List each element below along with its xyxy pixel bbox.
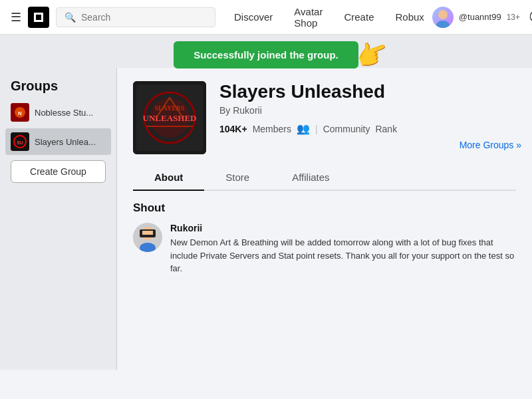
- sidebar: Groups N Noblesse Stu... SU Slayers Unle…: [0, 68, 117, 370]
- menu-avatar-shop[interactable]: Avatar Shop: [294, 6, 323, 29]
- slayers-label: Slayers Unlea...: [35, 137, 96, 147]
- group-by: By Rukorii: [219, 105, 516, 116]
- nav-right: @tuannt99 13+ 💬 ⚙️ 💎: [432, 7, 532, 28]
- shout-author-name: Rukorii: [170, 223, 516, 233]
- slayers-avatar: SU: [11, 132, 29, 151]
- svg-rect-2: [36, 15, 41, 20]
- noblesse-avatar: N: [11, 103, 29, 122]
- search-input[interactable]: [81, 12, 207, 23]
- shout-title: Shout: [133, 201, 516, 215]
- sidebar-item-slayers[interactable]: SU Slayers Unlea...: [5, 128, 111, 155]
- success-message: Successfully joined the group.: [194, 49, 338, 61]
- shout-text: New Demon Art & Breathing will be added …: [170, 236, 516, 275]
- shout-body: Rukorii New Demon Art & Breathing will b…: [170, 223, 516, 275]
- members-label: Members: [253, 124, 291, 134]
- hamburger-icon[interactable]: ☰: [11, 10, 21, 25]
- age-badge: 13+: [507, 13, 520, 22]
- divider: |: [315, 124, 318, 134]
- members-count: 104K+: [219, 124, 247, 134]
- success-banner: Successfully joined the group. 👉: [174, 41, 358, 68]
- tab-affiliates[interactable]: Affiliates: [271, 165, 350, 191]
- tab-bar: About Store Affiliates: [133, 165, 516, 191]
- menu-create[interactable]: Create: [344, 11, 374, 23]
- svg-text:SLAYERS: SLAYERS: [154, 104, 185, 112]
- tab-about[interactable]: About: [133, 165, 204, 191]
- shout-author-avatar: [133, 223, 162, 252]
- tab-store[interactable]: Store: [204, 165, 271, 191]
- search-bar: 🔍: [56, 7, 215, 27]
- noblesse-label: Noblesse Stu...: [35, 108, 93, 118]
- group-stats: 104K+ Members 👥 | Community Rank: [219, 122, 516, 135]
- shout-content: Rukorii New Demon Art & Breathing will b…: [133, 223, 516, 275]
- roblox-logo[interactable]: [28, 7, 49, 28]
- rank-label: Rank: [375, 124, 397, 134]
- svg-point-3: [438, 10, 448, 19]
- main-content: More Groups » SLAYERS UNLEASHED Slayers …: [117, 68, 532, 370]
- chat-icon[interactable]: 💬: [529, 9, 532, 25]
- sidebar-title: Groups: [5, 76, 111, 99]
- banner-area: Successfully joined the group. 👉: [0, 35, 532, 68]
- group-info: Slayers Unleashed By Rukorii 104K+ Membe…: [219, 81, 516, 135]
- group-title: Slayers Unleashed: [219, 81, 516, 102]
- username-label: @tuannt99: [459, 12, 501, 22]
- user-info[interactable]: @tuannt99 13+: [432, 7, 520, 28]
- more-groups-link[interactable]: More Groups »: [460, 140, 521, 150]
- members-icon: 👥: [297, 122, 310, 135]
- group-header: SLAYERS UNLEASHED Slayers Unleashed By R…: [117, 68, 532, 165]
- main-menu: Discover Avatar Shop Create Robux: [234, 6, 424, 29]
- nav-left: ☰ 🔍: [11, 7, 215, 28]
- svg-text:UNLEASHED: UNLEASHED: [143, 113, 197, 123]
- group-logo: SLAYERS UNLEASHED: [133, 81, 206, 154]
- svg-text:N: N: [18, 110, 22, 116]
- menu-discover[interactable]: Discover: [234, 11, 273, 23]
- create-group-button[interactable]: Create Group: [11, 160, 106, 183]
- svg-rect-21: [142, 231, 153, 235]
- main-layout: Groups N Noblesse Stu... SU Slayers Unle…: [0, 68, 532, 370]
- rank-value: Community: [323, 124, 370, 134]
- menu-robux[interactable]: Robux: [395, 11, 424, 23]
- shout-section: Shout Rukorii New Demon Art & Breathing …: [117, 191, 532, 286]
- svg-point-4: [436, 21, 450, 28]
- sidebar-item-noblesse[interactable]: N Noblesse Stu...: [5, 99, 111, 126]
- avatar: [432, 7, 454, 28]
- top-navigation: ☰ 🔍 Discover Avatar Shop Create Robux: [0, 0, 532, 35]
- svg-text:SU: SU: [17, 140, 23, 145]
- search-icon: 🔍: [65, 12, 76, 23]
